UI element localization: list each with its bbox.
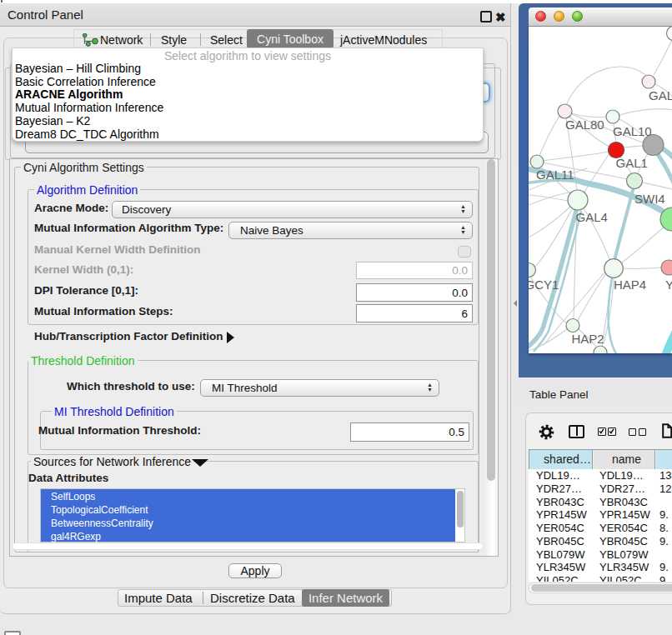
svg-text:GAL11: GAL11 <box>536 168 574 182</box>
svg-text:GAL4: GAL4 <box>576 210 608 224</box>
svg-text:GAL7: GAL7 <box>649 88 672 102</box>
svg-text:SWI4: SWI4 <box>634 192 665 206</box>
svg-text:HAP2: HAP2 <box>572 332 604 346</box>
svg-text:Y: Y <box>665 278 672 292</box>
svg-text:GAL1: GAL1 <box>616 156 648 170</box>
svg-text:GAL80: GAL80 <box>565 118 604 132</box>
svg-text:GAL10: GAL10 <box>613 124 652 138</box>
svg-text:HAP4: HAP4 <box>614 278 646 292</box>
svg-text:GCY1: GCY1 <box>529 278 559 292</box>
